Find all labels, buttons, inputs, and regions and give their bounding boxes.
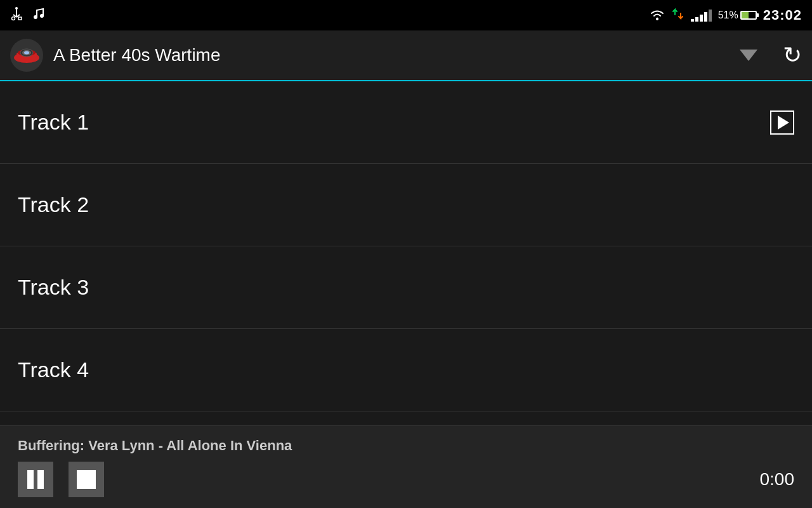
track-label: Track 2 [18, 192, 89, 217]
svg-point-3 [12, 17, 15, 20]
bottom-player: Buffering: Vera Lynn - All Alone In Vien… [0, 425, 812, 508]
refresh-button[interactable]: ↻ [783, 42, 802, 69]
player-controls: 0:00 [18, 462, 794, 497]
wifi-icon [649, 7, 665, 23]
track-item[interactable]: Track 4 [0, 329, 812, 411]
app-bar: A Better 40s Wartime ↻ [0, 30, 812, 81]
svg-point-8 [656, 18, 658, 20]
music-icon [32, 7, 44, 24]
track-item[interactable]: Track 1 [0, 81, 812, 164]
time-display: 0:00 [760, 469, 795, 490]
pause-button[interactable] [18, 462, 53, 497]
buffering-status: Buffering: Vera Lynn - All Alone In Vien… [18, 438, 794, 454]
svg-point-5 [15, 7, 18, 10]
data-arrows-icon [672, 7, 684, 23]
svg-point-6 [34, 15, 37, 19]
play-button-track1[interactable] [770, 110, 794, 135]
track-label: Track 4 [18, 358, 89, 382]
track-label: Track 1 [18, 110, 89, 135]
volume-indicator-icon [740, 50, 757, 61]
battery-icon: 51% [718, 10, 757, 21]
play-triangle-icon [778, 116, 789, 130]
app-icon [10, 39, 43, 72]
app-title: A Better 40s Wartime [53, 45, 221, 65]
svg-point-14 [24, 51, 29, 55]
usb-icon [10, 7, 23, 24]
pause-bar-left-icon [27, 470, 34, 489]
track-label: Track 3 [18, 275, 89, 300]
track-item[interactable]: Track 3 [0, 246, 812, 329]
stop-square-icon [77, 470, 96, 489]
pause-bar-right-icon [37, 470, 44, 489]
track-item[interactable]: Track 2 [0, 164, 812, 246]
status-bar: 51% 23:02 [0, 0, 812, 30]
status-time: 23:02 [763, 7, 802, 23]
signal-bars-icon [691, 9, 712, 22]
svg-rect-4 [18, 17, 22, 20]
svg-point-7 [40, 14, 44, 18]
track-list: Track 1 Track 2 Track 3 Track 4 [0, 81, 812, 411]
stop-button[interactable] [69, 462, 104, 497]
